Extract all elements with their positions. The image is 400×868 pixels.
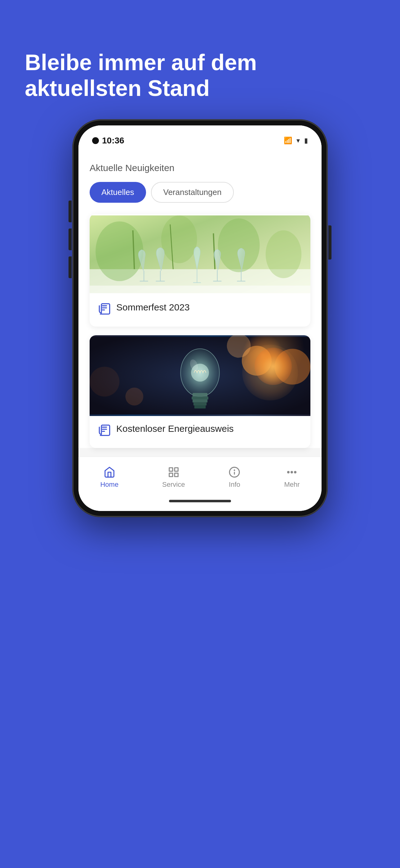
svg-point-4 (218, 218, 260, 272)
svg-point-5 (266, 230, 301, 278)
nav-label-home: Home (100, 480, 119, 489)
svg-rect-41 (169, 468, 173, 471)
card-energieausweis[interactable]: Kostenloser Energieausweis (90, 335, 310, 448)
card-image-bulb (90, 335, 310, 416)
svg-rect-43 (169, 473, 173, 476)
card-image-sommerfest (90, 214, 310, 294)
nav-label-mehr: Mehr (284, 480, 300, 489)
status-bar: 10:36 📶 ▾ ▮ (78, 125, 322, 150)
svg-rect-42 (174, 468, 178, 471)
wifi-icon: ▾ (296, 136, 300, 145)
section-title: Aktuelle Neuigkeiten (90, 163, 310, 173)
status-time: 10:36 (92, 136, 124, 146)
tab-aktuelles[interactable]: Aktuelles (90, 182, 146, 203)
nav-label-service: Service (162, 480, 185, 489)
nav-label-info: Info (229, 480, 240, 489)
tab-veranstaltungen[interactable]: Veranstaltungen (151, 182, 234, 203)
camera-dot (92, 137, 99, 144)
newspaper-icon-energy (98, 424, 111, 439)
svg-rect-31 (193, 393, 207, 397)
svg-point-49 (291, 471, 293, 473)
home-icon (104, 466, 115, 478)
bulb-image (90, 335, 310, 416)
svg-rect-35 (194, 405, 206, 408)
bluetooth-icon: 📶 (284, 136, 292, 145)
svg-point-3 (161, 215, 197, 263)
newspaper-icon-sommerfest (98, 303, 111, 318)
phone-mockup: 10:36 📶 ▾ ▮ Aktuelle Neuigkeiten Aktuell… (73, 120, 327, 517)
nav-item-home[interactable]: Home (93, 463, 126, 492)
card-body-energieausweis: Kostenloser Energieausweis (90, 416, 310, 448)
card-title-sommerfest: Sommerfest 2023 (116, 302, 190, 313)
home-indicator (78, 495, 322, 511)
hero-section: Bleibe immer auf dem aktuellsten Stand (0, 0, 400, 120)
nav-item-mehr[interactable]: Mehr (276, 463, 307, 492)
svg-rect-44 (174, 473, 178, 476)
nav-item-service[interactable]: Service (155, 463, 192, 492)
svg-point-27 (90, 367, 120, 397)
hero-title: Bleibe immer auf dem aktuellsten Stand (25, 50, 375, 101)
svg-point-48 (288, 471, 289, 473)
svg-rect-19 (90, 286, 310, 293)
more-icon (286, 466, 298, 478)
svg-rect-34 (194, 402, 206, 405)
phone-screen: 10:36 📶 ▾ ▮ Aktuelle Neuigkeiten Aktuell… (78, 125, 322, 511)
battery-icon: ▮ (304, 136, 308, 145)
sommerfest-image (90, 214, 310, 294)
home-bar (169, 500, 231, 502)
info-icon (229, 466, 240, 478)
svg-rect-32 (192, 397, 208, 400)
grid-icon (168, 466, 179, 478)
card-title-energieausweis: Kostenloser Energieausweis (116, 424, 234, 434)
card-body-sommerfest: Sommerfest 2023 (90, 294, 310, 327)
phone-outer: 10:36 📶 ▾ ▮ Aktuelle Neuigkeiten Aktuell… (73, 120, 327, 517)
svg-point-26 (125, 388, 143, 405)
card-sommerfest[interactable]: Sommerfest 2023 (90, 214, 310, 327)
bottom-nav: Home Service (78, 457, 322, 495)
svg-point-50 (295, 471, 296, 473)
filter-tabs: Aktuelles Veranstaltungen (90, 182, 310, 203)
svg-point-25 (275, 349, 310, 384)
status-icons: 📶 ▾ ▮ (284, 136, 308, 145)
nav-item-info[interactable]: Info (221, 463, 248, 492)
app-content: Aktuelle Neuigkeiten Aktuelles Veranstal… (78, 150, 322, 448)
svg-rect-33 (193, 400, 207, 403)
svg-point-2 (96, 221, 143, 281)
